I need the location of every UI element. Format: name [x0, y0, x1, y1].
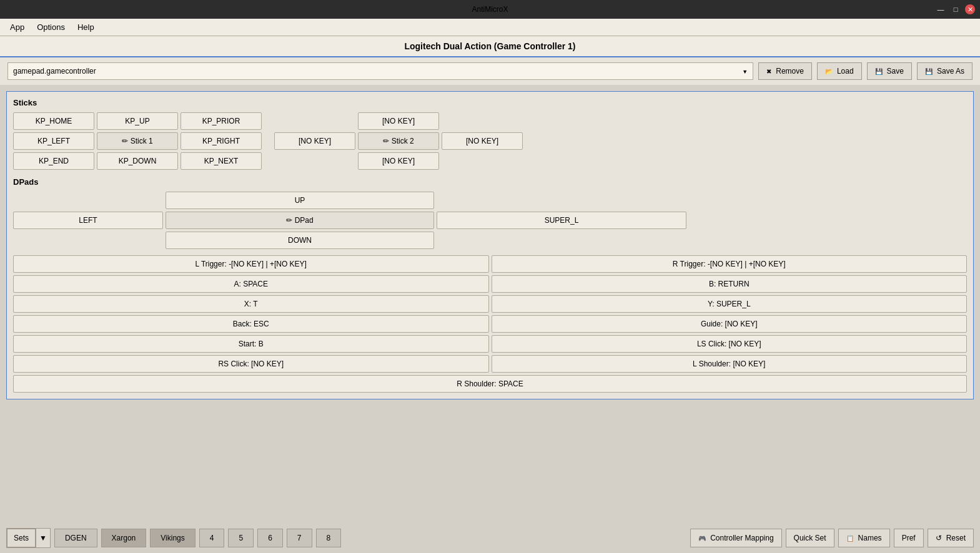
dpads-layout: LEFT UP ✏ DPad DOWN SUPER_L: [13, 192, 967, 249]
back-guide-row: Back: ESC Guide: [NO KEY]: [13, 315, 967, 333]
profile-value: gamepad.gamecontroller: [13, 67, 96, 76]
save-label: Save: [887, 67, 904, 76]
minimize-button[interactable]: —: [935, 4, 946, 15]
left-stick-grid: KP_HOME KP_UP KP_PRIOR KP_LEFT ✏ Stick 1…: [13, 112, 262, 170]
reset-button[interactable]: Reset: [928, 529, 974, 547]
sticks-area: Sticks KP_HOME KP_UP KP_PRIOR KP_LEFT ✏ …: [13, 98, 967, 170]
remove-icon: [766, 67, 773, 76]
load-button[interactable]: Load: [817, 62, 862, 80]
titlebar-title: AntiMicroX: [472, 5, 508, 14]
tab-vikings[interactable]: Vikings: [150, 529, 195, 547]
save-as-icon: [925, 67, 934, 76]
dpad-down[interactable]: DOWN: [166, 232, 434, 249]
tab-4[interactable]: 4: [199, 529, 225, 547]
dpad-center[interactable]: ✏ DPad: [166, 212, 434, 229]
stick1-center[interactable]: ✏ Stick 1: [97, 132, 178, 150]
r-shoulder-btn[interactable]: R Shoulder: SPACE: [13, 375, 967, 393]
names-icon: [846, 534, 856, 542]
menu-options[interactable]: Options: [32, 21, 70, 34]
tab-xargon[interactable]: Xargon: [101, 529, 147, 547]
tab-dgen[interactable]: DGEN: [54, 529, 97, 547]
load-label: Load: [837, 67, 854, 76]
stick1-end[interactable]: KP_END: [13, 152, 94, 170]
sets-button[interactable]: Sets: [7, 529, 36, 547]
bottom-toolbar: Sets ▼ DGEN Xargon Vikings 4 5 6 7 8 Con…: [0, 523, 980, 553]
sticks-row: KP_HOME KP_UP KP_PRIOR KP_LEFT ✏ Stick 1…: [13, 112, 967, 170]
guide-btn[interactable]: Guide: [NO KEY]: [492, 315, 968, 333]
button-rows: L Trigger: -[NO KEY] | +[NO KEY] R Trigg…: [13, 255, 967, 393]
stick1-right[interactable]: KP_RIGHT: [181, 132, 262, 150]
stick1-prior[interactable]: KP_PRIOR: [181, 112, 262, 130]
tab-8[interactable]: 8: [316, 529, 342, 547]
back-btn[interactable]: Back: ESC: [13, 315, 489, 333]
sets-group: Sets ▼: [6, 528, 51, 548]
stick1-up[interactable]: KP_UP: [97, 112, 178, 130]
dpad-left[interactable]: LEFT: [13, 212, 163, 229]
y-btn[interactable]: Y: SUPER_L: [492, 295, 968, 313]
profile-row: gamepad.gamecontroller Remove Load Save …: [0, 57, 980, 85]
trigger-row: L Trigger: -[NO KEY] | +[NO KEY] R Trigg…: [13, 255, 967, 273]
rs-lshoulder-row: RS Click: [NO KEY] L Shoulder: [NO KEY]: [13, 355, 967, 373]
sticks-label: Sticks: [13, 98, 967, 107]
load-icon: [825, 67, 834, 76]
stick2-nokey-right[interactable]: [NO KEY]: [442, 132, 523, 150]
dpads-area: DPads LEFT UP ✏ DPad DOWN SUPER_L: [13, 177, 967, 249]
close-button[interactable]: ✕: [965, 4, 975, 14]
mappings-panel: Sticks KP_HOME KP_UP KP_PRIOR KP_LEFT ✏ …: [6, 91, 974, 399]
menu-help[interactable]: Help: [72, 21, 99, 34]
tab-5[interactable]: 5: [228, 529, 254, 547]
dpads-label: DPads: [13, 177, 967, 187]
names-button[interactable]: Names: [838, 529, 890, 547]
ab-row: A: SPACE B: RETURN: [13, 275, 967, 293]
main-content: Sticks KP_HOME KP_UP KP_PRIOR KP_LEFT ✏ …: [0, 85, 980, 523]
l-shoulder-btn[interactable]: L Shoulder: [NO KEY]: [492, 355, 968, 373]
stick1-down[interactable]: KP_DOWN: [97, 152, 178, 170]
start-ls-row: Start: B LS Click: [NO KEY]: [13, 335, 967, 353]
controller-mapping-icon: [698, 534, 708, 542]
save-icon: [875, 67, 884, 76]
stick2-center[interactable]: ✏ Stick 2: [358, 132, 439, 150]
stick2-nokey-bottom[interactable]: [NO KEY]: [358, 152, 439, 170]
titlebar: AntiMicroX — □ ✕: [0, 0, 980, 19]
controller-title: Logitech Dual Action (Game Controller 1): [404, 41, 575, 51]
profile-dropdown-arrow: [742, 67, 748, 76]
controller-header: Logitech Dual Action (Game Controller 1): [0, 36, 980, 57]
bottom-right: Controller Mapping Quick Set Names Pref …: [690, 529, 974, 547]
dpad-up[interactable]: UP: [166, 192, 434, 209]
remove-label: Remove: [776, 67, 804, 76]
rshoulder-row: R Shoulder: SPACE: [13, 375, 967, 393]
xy-row: X: T Y: SUPER_L: [13, 295, 967, 313]
right-stick-grid: [NO KEY] [NO KEY] ✏ Stick 2 [NO KEY] [NO…: [274, 112, 606, 170]
ls-click-btn[interactable]: LS Click: [NO KEY]: [492, 335, 968, 353]
titlebar-controls: — □ ✕: [935, 4, 975, 15]
l-trigger-btn[interactable]: L Trigger: -[NO KEY] | +[NO KEY]: [13, 255, 489, 273]
stick2-nokey-left[interactable]: [NO KEY]: [274, 132, 355, 150]
quick-set-button[interactable]: Quick Set: [786, 529, 834, 547]
sets-dropdown-arrow[interactable]: ▼: [36, 529, 50, 547]
pref-button[interactable]: Pref: [894, 529, 924, 547]
start-btn[interactable]: Start: B: [13, 335, 489, 353]
dpad-right[interactable]: SUPER_L: [437, 212, 686, 229]
b-btn[interactable]: B: RETURN: [492, 275, 968, 293]
menubar: App Options Help: [0, 19, 980, 36]
save-button[interactable]: Save: [867, 62, 912, 80]
controller-mapping-button[interactable]: Controller Mapping: [690, 529, 781, 547]
tab-6[interactable]: 6: [257, 529, 283, 547]
profile-select[interactable]: gamepad.gamecontroller: [7, 62, 753, 80]
menu-app[interactable]: App: [5, 21, 29, 34]
tab-7[interactable]: 7: [287, 529, 312, 547]
dpad-center-col: UP ✏ DPad DOWN: [166, 192, 434, 249]
reset-icon: [936, 534, 944, 542]
stick1-home[interactable]: KP_HOME: [13, 112, 94, 130]
r-trigger-btn[interactable]: R Trigger: -[NO KEY] | +[NO KEY]: [492, 255, 968, 273]
stick2-nokey-top[interactable]: [NO KEY]: [358, 112, 439, 130]
stick1-next[interactable]: KP_NEXT: [181, 152, 262, 170]
save-as-button[interactable]: Save As: [917, 62, 973, 80]
remove-button[interactable]: Remove: [758, 62, 812, 80]
maximize-button[interactable]: □: [950, 4, 961, 15]
save-as-label: Save As: [937, 67, 964, 76]
stick1-left[interactable]: KP_LEFT: [13, 132, 94, 150]
rs-click-btn[interactable]: RS Click: [NO KEY]: [13, 355, 489, 373]
a-btn[interactable]: A: SPACE: [13, 275, 489, 293]
x-btn[interactable]: X: T: [13, 295, 489, 313]
